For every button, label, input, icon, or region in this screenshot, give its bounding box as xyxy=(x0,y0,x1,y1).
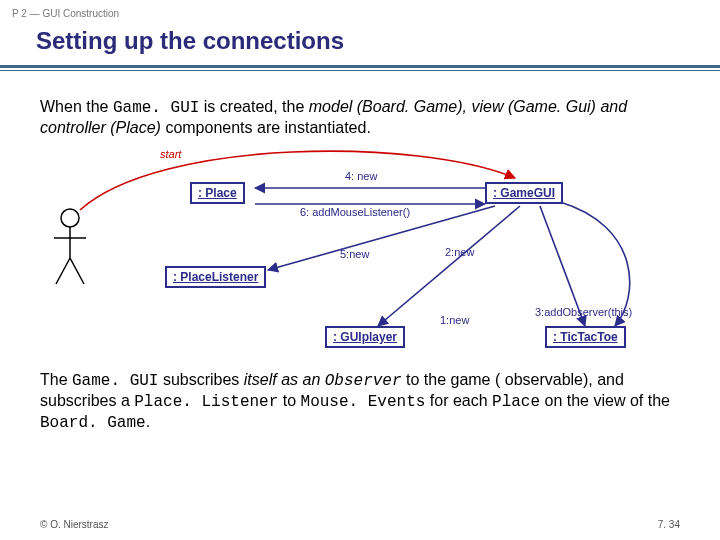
breadcrumb: P 2 — GUI Construction xyxy=(0,0,720,23)
label-2new: 2:new xyxy=(445,246,474,258)
label-4new: 4: new xyxy=(345,170,377,182)
paragraph-2: The Game. GUI subscribes itself as an Ob… xyxy=(0,370,720,433)
label-1new: 1:new xyxy=(440,314,469,326)
label-3addobs: 3:addObserver(this) xyxy=(535,306,632,318)
p1-code1: Game. GUI xyxy=(113,99,199,117)
svg-line-8 xyxy=(378,206,520,326)
p2-code1: Game. GUI xyxy=(72,372,158,390)
box-gamegui: : GameGUI xyxy=(485,182,563,204)
paragraph-1: When the Game. GUI is created, the model… xyxy=(0,97,720,138)
p2-t1: The xyxy=(40,371,72,388)
footer: © O. Nierstrasz 7. 34 xyxy=(40,519,680,530)
divider-thick xyxy=(0,65,720,68)
uml-diagram: start : Place : GameGUI : PlaceListener … xyxy=(40,146,680,364)
p2-t4: to xyxy=(278,392,300,409)
divider-thin xyxy=(0,70,720,71)
box-guiplayer: : GUIplayer xyxy=(325,326,405,348)
p2-t2: subscribes xyxy=(158,371,243,388)
copyright: © O. Nierstrasz xyxy=(40,519,109,530)
p2-code3: Place. Listener xyxy=(134,393,278,411)
p2-ital1: itself as an xyxy=(244,371,325,388)
box-tictactoe: : TicTacToe xyxy=(545,326,626,348)
label-start: start xyxy=(160,148,181,160)
box-place: : Place xyxy=(190,182,245,204)
page-number: 7. 34 xyxy=(658,519,680,530)
svg-line-4 xyxy=(70,258,84,284)
svg-point-0 xyxy=(61,209,79,227)
p1-t3: components are instantiated. xyxy=(161,119,371,136)
page-title: Setting up the connections xyxy=(0,23,720,65)
label-5new: 5:new xyxy=(340,248,369,260)
box-placelistener: : PlaceListener xyxy=(165,266,266,288)
label-6addml: 6: addMouseListener() xyxy=(300,206,410,218)
p2-t6: on the view of the xyxy=(540,392,670,409)
p2-code6: Board. Game xyxy=(40,414,146,432)
p2-code5: Place xyxy=(492,393,540,411)
p1-t2: is created, the xyxy=(199,98,308,115)
p2-t7: . xyxy=(146,413,150,430)
svg-line-3 xyxy=(56,258,70,284)
p2-code4: Mouse. Events xyxy=(301,393,426,411)
p2-code2: Observer xyxy=(325,372,402,390)
p2-t5: for each xyxy=(425,392,492,409)
p1-t1: When the xyxy=(40,98,113,115)
